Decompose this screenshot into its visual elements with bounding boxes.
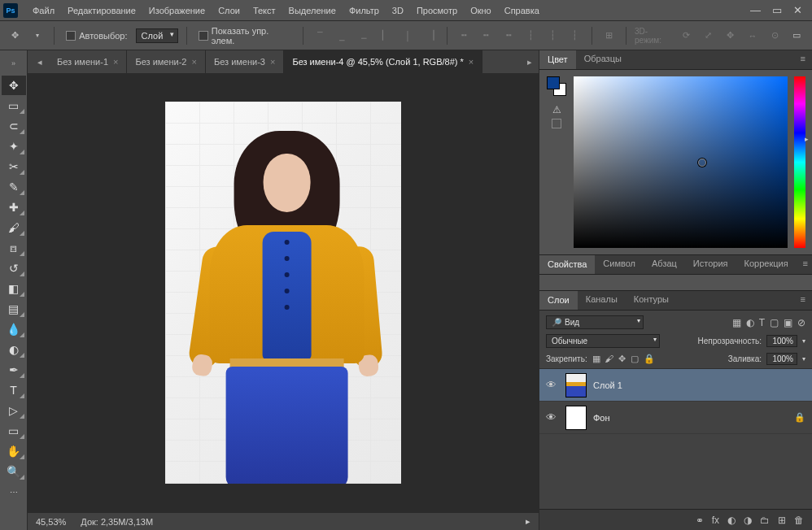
tool-quick-select[interactable]: ✦ <box>2 137 26 156</box>
tool-lasso[interactable]: ⊂ <box>2 116 26 136</box>
blend-mode-dropdown[interactable]: Обычные <box>546 334 660 348</box>
layer-mask-icon[interactable]: ◐ <box>727 515 736 526</box>
tool-crop[interactable]: ✂ <box>2 157 26 176</box>
tool-brush[interactable]: 🖌 <box>2 218 26 237</box>
tab-adjustments[interactable]: Коррекция <box>736 255 797 274</box>
distribute-right-icon[interactable]: ┆ <box>566 27 583 45</box>
distribute-bottom-icon[interactable]: ╍ <box>500 27 517 45</box>
tool-path-select[interactable]: ▷ <box>2 401 26 420</box>
tab-channels[interactable]: Каналы <box>578 291 626 310</box>
fill-field[interactable]: 100% <box>766 353 797 365</box>
opacity-field[interactable]: 100% <box>766 335 797 347</box>
panel-menu-icon[interactable]: ≡ <box>797 255 812 274</box>
panel-menu-icon[interactable]: ≡ <box>794 291 812 310</box>
window-minimize-icon[interactable]: ― <box>750 4 761 16</box>
menu-help[interactable]: Справка <box>498 2 546 19</box>
menu-3d[interactable]: 3D <box>386 2 410 19</box>
auto-select-checkbox[interactable]: Автовыбор: <box>63 29 130 42</box>
options-menu-icon[interactable]: ▭ <box>788 27 805 45</box>
filter-shape-icon[interactable]: ▢ <box>770 317 779 328</box>
tool-blur[interactable]: 💧 <box>2 319 26 339</box>
layer-fx-icon[interactable]: fx <box>712 515 719 526</box>
panel-menu-icon[interactable]: ≡ <box>794 50 812 69</box>
tool-move[interactable]: ✥ <box>2 76 26 95</box>
tool-hand[interactable]: ✋ <box>2 441 26 461</box>
tab-doc-1[interactable]: Без имени-1 × <box>49 50 127 73</box>
auto-select-target-dropdown[interactable]: Слой <box>136 28 179 43</box>
visibility-icon[interactable]: 👁 <box>546 379 559 391</box>
tab-character[interactable]: Символ <box>595 255 644 274</box>
roll3d-icon[interactable]: ⤢ <box>700 27 717 45</box>
auto-align-icon[interactable]: ⊞ <box>600 27 618 45</box>
doc-size[interactable]: Док: 2,35M/3,13M <box>81 517 153 527</box>
layer-group-icon[interactable]: 🗀 <box>760 515 770 526</box>
tab-paths[interactable]: Контуры <box>626 291 677 310</box>
tool-eraser[interactable]: ◧ <box>2 279 26 298</box>
tab-properties[interactable]: Свойства <box>539 255 595 274</box>
tool-heal[interactable]: ✚ <box>2 198 26 217</box>
delete-layer-icon[interactable]: 🗑 <box>794 515 804 526</box>
tool-dodge[interactable]: ◐ <box>2 340 26 359</box>
new-layer-icon[interactable]: ⊞ <box>778 515 786 526</box>
tab-history[interactable]: История <box>685 255 736 274</box>
distribute-top-icon[interactable]: ╍ <box>456 27 473 45</box>
saturation-value-picker[interactable] <box>574 76 788 248</box>
menu-file[interactable]: Файл <box>26 2 61 19</box>
tab-doc-3[interactable]: Без имени-3 × <box>206 50 284 73</box>
lock-pixels-icon[interactable]: 🖌 <box>605 354 613 363</box>
visibility-icon[interactable]: 👁 <box>546 411 559 424</box>
tab-paragraph[interactable]: Абзац <box>644 255 685 274</box>
align-hcenter-icon[interactable]: │ <box>399 27 417 45</box>
align-left-icon[interactable]: ▏ <box>378 27 395 45</box>
menu-filter[interactable]: Фильтр <box>343 2 386 19</box>
menu-edit[interactable]: Редактирование <box>61 2 142 19</box>
menu-select[interactable]: Выделение <box>282 2 343 19</box>
status-menu-icon[interactable]: ▸ <box>526 516 530 527</box>
window-close-icon[interactable]: ✕ <box>793 4 802 16</box>
layer-thumbnail[interactable] <box>565 373 587 398</box>
filter-text-icon[interactable]: T <box>759 317 765 328</box>
zoom-value[interactable]: 45,53% <box>36 517 66 527</box>
menu-image[interactable]: Изображение <box>142 2 212 19</box>
canvas-area[interactable]: WAMOTVET.RU <box>28 73 539 512</box>
distribute-left-icon[interactable]: ┆ <box>522 27 539 45</box>
tool-preset-dropdown[interactable]: ▾ <box>28 27 46 45</box>
tab-color[interactable]: Цвет <box>539 50 576 69</box>
menu-layers[interactable]: Слои <box>212 2 247 19</box>
align-vcenter-icon[interactable]: ⎯ <box>334 27 351 45</box>
distribute-hcenter-icon[interactable]: ┆ <box>544 27 561 45</box>
close-icon[interactable]: × <box>113 57 118 67</box>
filter-adjust-icon[interactable]: ◐ <box>746 317 754 328</box>
filter-smart-icon[interactable]: ▣ <box>784 317 792 328</box>
menu-view[interactable]: Просмотр <box>410 2 464 19</box>
tab-layers[interactable]: Слои <box>539 291 578 310</box>
zoom3d-icon[interactable]: ⊙ <box>766 27 784 45</box>
close-icon[interactable]: × <box>270 57 275 67</box>
pan3d-icon[interactable]: ✥ <box>722 27 739 45</box>
layer-row[interactable]: 👁 Фон 🔒 <box>539 402 812 434</box>
align-bottom-icon[interactable]: ⎽ <box>356 27 373 45</box>
close-icon[interactable]: × <box>469 57 474 67</box>
tab-doc-2[interactable]: Без имени-2 × <box>127 50 205 73</box>
tool-gradient[interactable]: ▤ <box>2 299 26 319</box>
websafe-icon[interactable] <box>552 119 561 128</box>
lock-position-icon[interactable]: ✥ <box>618 354 626 363</box>
foreground-background-swatch[interactable] <box>547 76 566 96</box>
tool-eyedropper[interactable]: ✎ <box>2 177 26 197</box>
show-transform-checkbox[interactable]: Показать упр. элем. <box>195 24 294 47</box>
adjustment-layer-icon[interactable]: ◑ <box>744 515 752 526</box>
orbit3d-icon[interactable]: ⟳ <box>678 27 695 45</box>
menu-window[interactable]: Окно <box>464 2 498 19</box>
tool-pen[interactable]: ✒ <box>2 360 26 380</box>
link-layers-icon[interactable]: ⚭ <box>696 515 704 526</box>
lock-transparent-icon[interactable]: ▦ <box>592 354 600 363</box>
tab-scroll-right[interactable]: ▸ <box>521 50 539 73</box>
close-icon[interactable]: × <box>192 57 197 67</box>
layer-thumbnail[interactable] <box>565 406 587 430</box>
tool-history-brush[interactable]: ↺ <box>2 258 26 278</box>
tool-stamp[interactable]: ⧈ <box>2 238 26 258</box>
tool-marquee[interactable]: ▭ <box>2 96 26 115</box>
move-tool-icon[interactable]: ✥ <box>7 27 24 45</box>
filter-pixel-icon[interactable]: ▦ <box>732 317 741 328</box>
lock-all-icon[interactable]: 🔒 <box>644 354 655 363</box>
